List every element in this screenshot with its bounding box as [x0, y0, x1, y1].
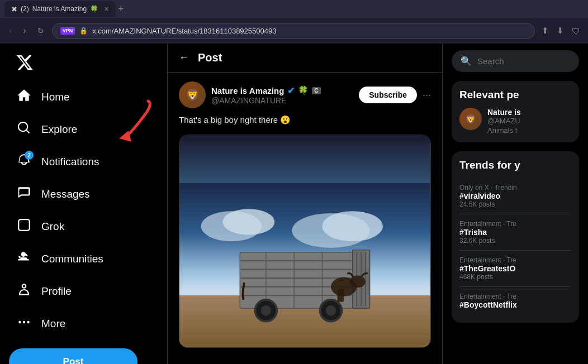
- x-logo[interactable]: [9, 48, 158, 79]
- relevant-people-section: Relevant pe 🦁 Nature is @AMAZU Animals t: [452, 81, 579, 142]
- author-name-row: Nature is Amazing ✔ 🍀 C: [211, 85, 353, 96]
- sidebar-item-profile[interactable]: Profile: [9, 276, 158, 307]
- tab-bar: ✖ (2) Nature is Amazing 🍀 ✕ +: [0, 0, 588, 18]
- svg-point-2: [18, 321, 21, 323]
- trend-posts: 32.6K posts: [459, 237, 571, 245]
- back-arrow[interactable]: ←: [179, 52, 189, 64]
- download-button[interactable]: ⬇: [554, 23, 566, 38]
- subscribe-button[interactable]: Subscribe: [359, 87, 417, 103]
- trend-posts: 24.5K posts: [459, 200, 571, 208]
- trend-posts: 468K posts: [459, 273, 571, 281]
- notifications-label: Notifications: [41, 156, 99, 168]
- post-header: ← Post: [168, 44, 442, 73]
- more-icon: [17, 315, 31, 333]
- trend-category: Entertainment · Tre: [459, 256, 571, 264]
- trends-section: Trends for y Only on X · Trendin #viralv…: [452, 151, 579, 323]
- url-text: x.com/AMAZINGNATURE/status/1831611038925…: [92, 27, 527, 35]
- trend-item-viralvideo[interactable]: Only on X · Trendin #viralvideo 24.5K po…: [459, 178, 571, 214]
- sidebar-item-explore[interactable]: Explore: [9, 114, 158, 145]
- new-tab-button[interactable]: +: [118, 3, 124, 15]
- relevant-info: Nature is @AMAZU Animals t: [487, 108, 521, 135]
- more-options-button[interactable]: ···: [423, 89, 431, 101]
- trend-item-trisha[interactable]: Entertainment · Tre #Trisha 32.6K posts: [459, 214, 571, 251]
- author-handle: @AMAZINGNATURE: [211, 96, 353, 105]
- search-input[interactable]: Search: [477, 56, 504, 66]
- author-info: Nature is Amazing ✔ 🍀 C @AMAZINGNATURE: [211, 85, 353, 105]
- avatar-placeholder: 🦁: [179, 82, 206, 108]
- trend-name: #Trisha: [459, 228, 571, 237]
- post-page-title: Post: [198, 51, 222, 64]
- grok-icon: [17, 218, 31, 236]
- home-icon: [17, 88, 31, 106]
- relevant-people-title: Relevant pe: [459, 89, 571, 101]
- profile-icon: [17, 282, 31, 300]
- messages-label: Messages: [41, 188, 90, 200]
- relevant-handle: @AMAZU: [487, 117, 521, 125]
- communities-icon: [17, 250, 31, 268]
- explore-icon: [17, 121, 31, 138]
- tab-close-button[interactable]: ✕: [104, 6, 109, 13]
- relevant-person-item[interactable]: 🦁 Nature is @AMAZU Animals t: [459, 108, 571, 135]
- trends-title: Trends for y: [459, 159, 571, 171]
- trend-item-greatesto[interactable]: Entertainment · Tre #TheGreatestO 468K p…: [459, 251, 571, 287]
- more-label: More: [41, 318, 65, 330]
- sidebar-item-more[interactable]: More: [9, 308, 158, 339]
- trend-category: Entertainment · Tre: [459, 220, 571, 228]
- sidebar: Home Explore 2 Notifications: [0, 44, 168, 364]
- tweet-image-container[interactable]: [179, 135, 431, 348]
- svg-rect-1: [18, 219, 30, 231]
- tweet-author-row: 🦁 Nature is Amazing ✔ 🍀 C @AMAZINGNATURE…: [179, 82, 431, 108]
- messages-icon: [17, 185, 31, 203]
- search-icon: 🔍: [461, 56, 472, 66]
- browser-actions: ⬆ ⬇ 🛡: [539, 23, 582, 38]
- notification-badge: 2: [25, 151, 34, 160]
- sidebar-item-home[interactable]: Home: [9, 82, 158, 113]
- browser-tab[interactable]: ✖ (2) Nature is Amazing 🍀 ✕: [4, 1, 116, 17]
- svg-point-27: [326, 305, 336, 315]
- refresh-button[interactable]: ↻: [34, 24, 48, 37]
- tab-favicon: ✖: [11, 5, 17, 13]
- tab-count: (2): [21, 5, 29, 13]
- tweet-image: [179, 135, 430, 347]
- trend-category: Entertainment · Tre: [459, 293, 571, 300]
- author-avatar[interactable]: 🦁: [179, 82, 206, 108]
- browser-toolbar: ‹ › ↻ VPN 🔒 x.com/AMAZINGNATURE/status/1…: [0, 18, 588, 44]
- svg-rect-29: [338, 289, 344, 301]
- svg-point-25: [261, 305, 272, 315]
- search-bar[interactable]: 🔍 Search: [452, 50, 579, 72]
- trend-item-boycottnetflix[interactable]: Entertainment · Tre #BoycottNetflix: [459, 287, 571, 315]
- sidebar-nav: Home Explore 2 Notifications: [9, 82, 158, 339]
- trend-category: Only on X · Trendin: [459, 184, 571, 191]
- svg-point-9: [322, 211, 382, 241]
- forward-button[interactable]: ›: [20, 23, 29, 38]
- relevant-desc: Animals t: [487, 126, 521, 135]
- leaf-emoji: 🍀: [298, 85, 309, 95]
- author-name: Nature is Amazing: [211, 86, 284, 95]
- svg-point-7: [222, 209, 274, 234]
- main-content: ← Post 🦁 Nature is Amazing ✔ 🍀 C @AMAZIN…: [168, 44, 443, 364]
- relevant-name: Nature is: [487, 108, 521, 117]
- sidebar-item-communities[interactable]: Communities: [9, 243, 158, 275]
- verified-icon: ✔: [287, 85, 295, 96]
- explore-label: Explore: [41, 123, 77, 136]
- c-badge: C: [312, 87, 320, 94]
- post-button[interactable]: Post: [9, 348, 137, 364]
- sidebar-item-notifications[interactable]: 2 Notifications: [9, 146, 158, 178]
- address-bar[interactable]: VPN 🔒 x.com/AMAZINGNATURE/status/1831611…: [52, 23, 535, 39]
- tweet-area: 🦁 Nature is Amazing ✔ 🍀 C @AMAZINGNATURE…: [168, 73, 442, 357]
- screenshot-button[interactable]: ⬆: [539, 23, 551, 38]
- tweet-image-svg: [179, 135, 430, 347]
- right-sidebar: 🔍 Search Relevant pe 🦁 Nature is @AMAZU …: [443, 44, 588, 364]
- trend-name: #viralvideo: [459, 191, 571, 200]
- svg-point-30: [350, 275, 366, 288]
- sidebar-item-messages[interactable]: Messages: [9, 179, 158, 210]
- extensions-button[interactable]: 🛡: [570, 23, 582, 38]
- relevant-avatar: 🦁: [459, 108, 482, 130]
- back-button[interactable]: ‹: [6, 23, 15, 38]
- tweet-text: That's a big boy right there 😮: [179, 114, 431, 127]
- communities-label: Communities: [41, 253, 103, 265]
- notifications-icon: 2: [17, 153, 31, 171]
- app-layout: Home Explore 2 Notifications: [0, 44, 588, 364]
- browser-chrome: ✖ (2) Nature is Amazing 🍀 ✕ + ‹ › ↻ VPN …: [0, 0, 588, 44]
- sidebar-item-grok[interactable]: Grok: [9, 211, 158, 242]
